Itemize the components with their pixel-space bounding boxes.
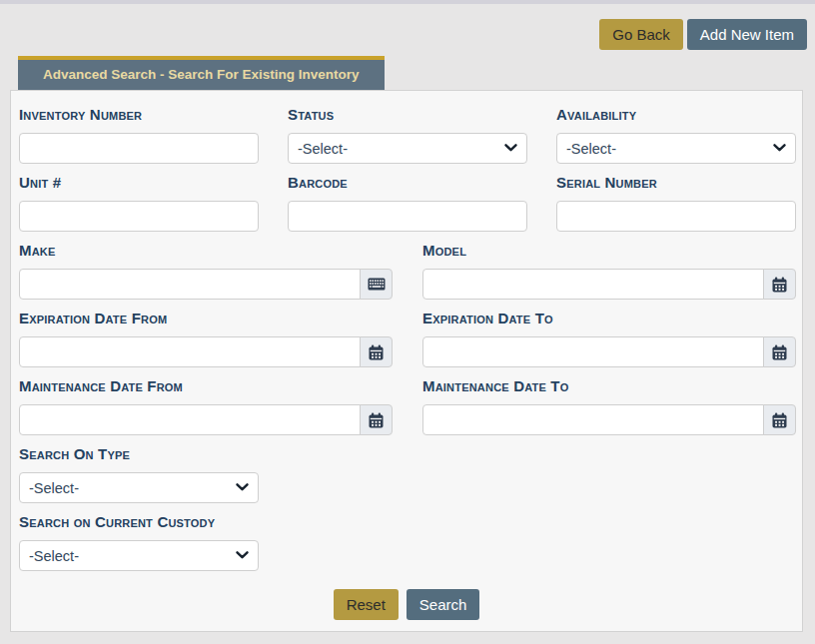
- search-on-current-custody-select-wrap: -Select-: [19, 540, 259, 571]
- make-keyboard-button[interactable]: [360, 269, 393, 300]
- field-search-on-type: Search On Type -Select-: [19, 446, 259, 503]
- expiration-date-from-input[interactable]: [19, 336, 361, 367]
- model-calendar-button[interactable]: [763, 269, 796, 300]
- search-button[interactable]: Search: [407, 589, 480, 620]
- form-row-3: Make: [19, 243, 794, 300]
- expiration-date-from-calendar-button[interactable]: [360, 336, 393, 367]
- maintenance-date-from-label: Maintenance Date From: [19, 378, 393, 394]
- availability-select[interactable]: -Select-: [556, 133, 796, 164]
- search-on-current-custody-select[interactable]: -Select-: [19, 540, 259, 571]
- field-status: Status -Select-: [288, 107, 527, 164]
- calendar-icon: [772, 277, 787, 293]
- maintenance-date-from-calendar-button[interactable]: [360, 404, 393, 435]
- availability-label: Availability: [556, 107, 796, 123]
- make-input[interactable]: [19, 269, 361, 300]
- field-availability: Availability -Select-: [556, 107, 796, 164]
- make-label: Make: [19, 243, 393, 259]
- expiration-date-to-input[interactable]: [422, 336, 764, 367]
- inventory-number-label: Inventory Number: [19, 107, 259, 123]
- calendar-icon: [772, 344, 787, 360]
- header-actions: Go Back Add New Item: [599, 19, 807, 50]
- field-barcode: Barcode: [288, 175, 527, 232]
- maintenance-date-from-input-group: [19, 404, 393, 435]
- add-new-item-button[interactable]: Add New Item: [687, 19, 807, 50]
- barcode-input[interactable]: [288, 201, 527, 232]
- field-make: Make: [19, 243, 393, 300]
- advanced-search-panel: Inventory Number Status -Select- Availab…: [10, 90, 803, 632]
- model-label: Model: [422, 243, 796, 259]
- maintenance-date-to-calendar-button[interactable]: [763, 404, 796, 435]
- search-on-type-select-wrap: -Select-: [19, 472, 259, 503]
- field-model: Model: [422, 243, 796, 300]
- unit-number-input[interactable]: [19, 201, 259, 232]
- make-input-group: [19, 269, 393, 300]
- form-row-1: Inventory Number Status -Select- Availab…: [19, 107, 794, 164]
- availability-select-wrap: -Select-: [556, 133, 796, 164]
- go-back-button[interactable]: Go Back: [599, 19, 683, 50]
- page-top-strip: [0, 0, 815, 4]
- field-unit-number: Unit #: [19, 175, 259, 232]
- keyboard-icon: [368, 278, 386, 291]
- model-input[interactable]: [422, 269, 764, 300]
- maintenance-date-to-input-group: [422, 404, 796, 435]
- form-row-5: Maintenance Date From: [19, 378, 794, 435]
- field-inventory-number: Inventory Number: [19, 107, 259, 164]
- expiration-date-to-input-group: [422, 336, 796, 367]
- expiration-date-from-label: Expiration Date From: [19, 311, 393, 326]
- field-maintenance-date-to: Maintenance Date To: [422, 378, 796, 435]
- barcode-label: Barcode: [288, 175, 527, 191]
- field-expiration-date-to: Expiration Date To: [422, 311, 796, 367]
- tab-advanced-search[interactable]: Advanced Search - Search For Existing In…: [18, 56, 385, 91]
- reset-button[interactable]: Reset: [334, 589, 399, 620]
- serial-number-label: Serial Number: [556, 175, 796, 191]
- field-maintenance-date-from: Maintenance Date From: [19, 378, 393, 435]
- expiration-date-to-calendar-button[interactable]: [763, 336, 796, 367]
- field-expiration-date-from: Expiration Date From: [19, 311, 393, 367]
- calendar-icon: [772, 412, 787, 428]
- serial-number-input[interactable]: [556, 201, 796, 232]
- maintenance-date-from-input[interactable]: [19, 404, 361, 435]
- status-select-wrap: -Select-: [288, 133, 527, 164]
- expiration-date-to-label: Expiration Date To: [422, 311, 796, 326]
- form-actions: Reset Search: [19, 589, 794, 620]
- form-row-4: Expiration Date From: [19, 311, 794, 367]
- maintenance-date-to-label: Maintenance Date To: [422, 378, 796, 394]
- calendar-icon: [369, 344, 384, 360]
- search-on-type-select[interactable]: -Select-: [19, 472, 259, 503]
- unit-number-label: Unit #: [19, 175, 259, 191]
- field-serial-number: Serial Number: [556, 175, 796, 232]
- model-input-group: [422, 269, 796, 300]
- search-on-type-label: Search On Type: [19, 446, 259, 462]
- expiration-date-from-input-group: [19, 336, 393, 367]
- field-search-on-current-custody: Search on Current Custody -Select-: [19, 514, 259, 571]
- search-on-current-custody-label: Search on Current Custody: [19, 514, 259, 530]
- calendar-icon: [369, 412, 384, 428]
- status-select[interactable]: -Select-: [288, 133, 527, 164]
- status-label: Status: [288, 107, 527, 123]
- maintenance-date-to-input[interactable]: [422, 404, 764, 435]
- inventory-number-input[interactable]: [19, 133, 259, 164]
- form-row-2: Unit # Barcode Serial Number: [19, 175, 794, 232]
